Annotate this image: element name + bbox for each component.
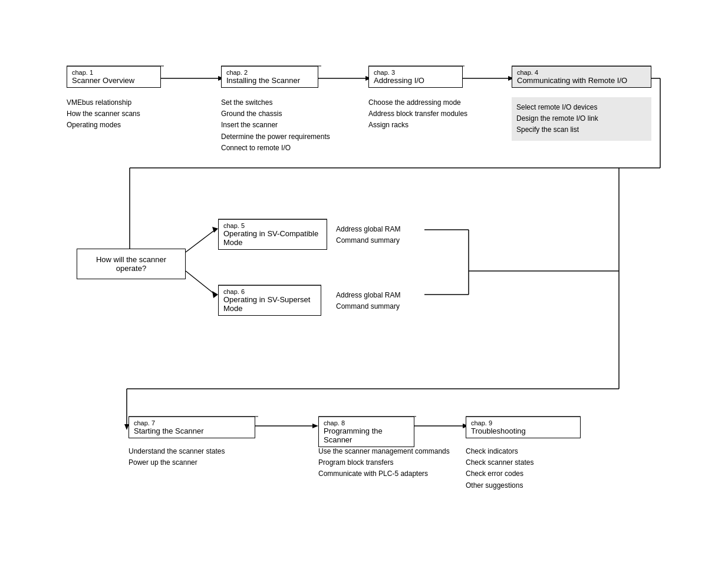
chap4-bullets: Select remote I/O devices Design the rem… (512, 97, 651, 141)
decision-box: How will the scanner operate? (77, 249, 186, 279)
chap9-box: chap. 9 Troubleshooting (466, 416, 581, 438)
chap7-title: Starting the Scanner (134, 427, 250, 435)
chap1-bullets: VMEbus relationship How the scanner scan… (67, 97, 140, 131)
chap6-bullets: Address global RAM Command summary (336, 290, 400, 312)
chap8-title: Programming the Scanner (324, 427, 409, 444)
chap2-label: chap. 2 (226, 69, 313, 76)
chap8-label: chap. 8 (324, 419, 409, 427)
svg-line-13 (186, 271, 215, 295)
chap7-bullets: Understand the scanner states Power up t… (129, 446, 225, 468)
chap9-title: Troubleshooting (471, 427, 575, 435)
chap4-box: chap. 4 Communicating with Remote I/O (512, 66, 651, 88)
chap1-title: Scanner Overview (72, 76, 156, 85)
chap5-label: chap. 5 (223, 222, 322, 229)
svg-line-11 (186, 230, 215, 252)
chap4-label: chap. 4 (517, 69, 646, 76)
chap3-bullets: Choose the addressing mode Address block… (368, 97, 467, 131)
chap3-box: chap. 3 Addressing I/O (368, 66, 463, 88)
chap5-box: chap. 5 Operating in SV-Compatible Mode (218, 219, 327, 250)
chap9-label: chap. 9 (471, 419, 575, 427)
chap5-bullets: Address global RAM Command summary (336, 224, 400, 246)
chap6-title: Operating in SV-Superset Mode (223, 295, 316, 313)
chap5-title: Operating in SV-Compatible Mode (223, 229, 322, 247)
chap2-bullets: Set the switches Ground the chassis Inse… (221, 97, 330, 154)
chap7-label: chap. 7 (134, 419, 250, 427)
svg-marker-26 (312, 424, 318, 428)
chap2-title: Installing the Scanner (226, 76, 313, 85)
chap8-bullets: Use the scanner management commands Prog… (318, 446, 450, 480)
chap1-box: chap. 1 Scanner Overview (67, 66, 161, 88)
chap1-label: chap. 1 (72, 69, 156, 76)
decision-text: How will the scanner operate? (82, 255, 180, 273)
chap9-bullets: Check indicators Check scanner states Ch… (466, 446, 533, 491)
chap3-label: chap. 3 (374, 69, 457, 76)
chap6-label: chap. 6 (223, 288, 316, 295)
chap6-box: chap. 6 Operating in SV-Superset Mode (218, 285, 321, 316)
chap2-box: chap. 2 Installing the Scanner (221, 66, 318, 88)
chap7-box: chap. 7 Starting the Scanner (129, 416, 255, 438)
chap4-title: Communicating with Remote I/O (517, 76, 646, 85)
chap8-box: chap. 8 Programming the Scanner (318, 416, 414, 447)
svg-marker-14 (212, 291, 218, 298)
chap3-title: Addressing I/O (374, 76, 457, 85)
